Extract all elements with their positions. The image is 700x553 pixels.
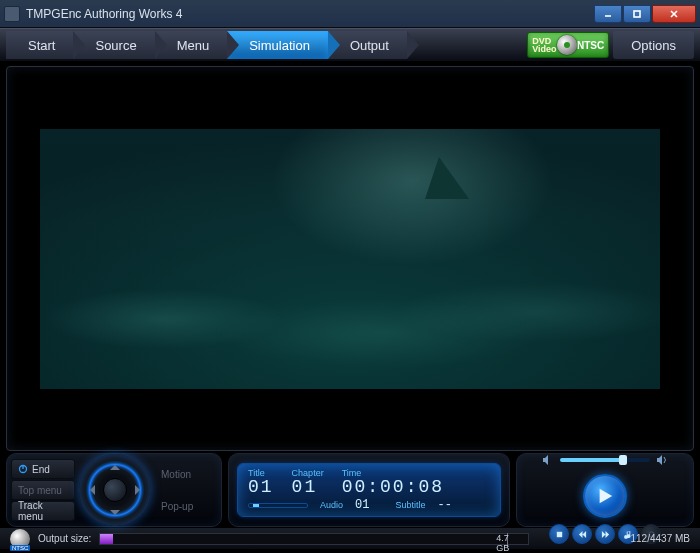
tab-source[interactable]: Source (73, 31, 154, 59)
popup-button[interactable]: Pop-up (155, 496, 199, 516)
audio-label: Audio (320, 500, 343, 510)
volume-row (525, 454, 685, 466)
rewind-button[interactable] (572, 524, 592, 544)
memory-status: 112/4437 MB (631, 533, 691, 544)
button-label: Top menu (18, 485, 62, 496)
disc-icon: NTSC (10, 529, 30, 549)
window-titlebar: TMPGEnc Authoring Works 4 (0, 0, 700, 28)
time-value: 00:00:08 (342, 478, 444, 496)
nav-right-column: Motion Pop-up (155, 464, 199, 516)
forward-button[interactable] (595, 524, 615, 544)
position-slider[interactable] (248, 503, 308, 508)
button-label: Track menu (18, 500, 68, 522)
dpad-left-icon (85, 485, 95, 495)
workflow-tabs: Start Source Menu Simulation Output DVDV… (0, 28, 700, 62)
button-label: Pop-up (161, 501, 193, 512)
subtitle-value: -- (437, 498, 451, 512)
lcd-row-sub: Audio 01 Subtitle -- (248, 498, 490, 512)
window-title: TMPGEnc Authoring Works 4 (26, 7, 593, 21)
stop-button[interactable] (549, 524, 569, 544)
preview-content (425, 157, 469, 199)
output-size-fill (100, 534, 113, 544)
window-controls (593, 5, 696, 23)
disc-icon (557, 35, 577, 55)
tab-label: Output (350, 38, 389, 53)
disc-standard: NTSC (10, 545, 30, 551)
forward-icon (601, 530, 610, 539)
minimize-button[interactable] (594, 5, 622, 23)
track-menu-button[interactable]: Track menu (11, 501, 75, 521)
dpad[interactable] (79, 454, 151, 526)
play-icon (596, 487, 614, 505)
dpad-down-icon (110, 510, 120, 520)
format-standard: NTSC (577, 40, 604, 51)
tab-label: Options (631, 38, 676, 53)
tab-options[interactable]: Options (613, 31, 694, 59)
top-menu-button[interactable]: Top menu (11, 480, 75, 500)
power-icon (18, 464, 28, 474)
end-button[interactable]: End (11, 459, 75, 479)
svg-rect-1 (634, 11, 640, 17)
app-icon (4, 6, 20, 22)
maximize-button[interactable] (623, 5, 651, 23)
tab-label: Menu (177, 38, 210, 53)
svg-rect-6 (556, 531, 561, 536)
output-size-label: Output size: (38, 533, 91, 544)
audio-value: 01 (355, 498, 369, 512)
lcd-panel: Title 01 Chapter 01 Time 00:00:08 Audio … (237, 463, 501, 517)
nav-left-column: End Top menu Track menu (11, 459, 75, 521)
lcd-row-main: Title 01 Chapter 01 Time 00:00:08 (248, 468, 490, 496)
capacity-label: 4.7 GB (496, 533, 517, 553)
playback-box (516, 453, 694, 527)
stop-icon (555, 530, 564, 539)
tab-start[interactable]: Start (6, 31, 73, 59)
format-badge[interactable]: DVDVideo NTSC (527, 32, 609, 58)
subtitle-label: Subtitle (395, 500, 425, 510)
tab-simulation[interactable]: Simulation (227, 31, 328, 59)
close-button[interactable] (652, 5, 696, 23)
chapter-value: 01 (292, 478, 324, 496)
control-panel: End Top menu Track menu Motion Pop-up Ti… (6, 453, 694, 527)
rewind-icon (578, 530, 587, 539)
navigation-box: End Top menu Track menu Motion Pop-up (6, 453, 222, 527)
preview-stage (6, 66, 694, 451)
button-label: Motion (161, 469, 191, 480)
video-preview[interactable] (40, 129, 660, 389)
motion-button[interactable]: Motion (155, 464, 199, 484)
button-label: End (32, 464, 50, 475)
volume-slider[interactable] (560, 458, 650, 462)
play-button[interactable] (583, 474, 627, 518)
tab-label: Start (28, 38, 55, 53)
format-text: DVDVideo (532, 37, 556, 53)
preview-content (40, 249, 660, 389)
title-value: 01 (248, 478, 274, 496)
speaker-icon (542, 454, 554, 466)
dpad-right-icon (135, 485, 145, 495)
tab-label: Simulation (249, 38, 310, 53)
info-display: Title 01 Chapter 01 Time 00:00:08 Audio … (228, 453, 510, 527)
output-size-bar[interactable]: 4.7 GB (99, 533, 529, 545)
dpad-center-button[interactable] (103, 478, 127, 502)
dpad-up-icon (110, 460, 120, 470)
tab-label: Source (95, 38, 136, 53)
speaker-loud-icon (656, 454, 668, 466)
